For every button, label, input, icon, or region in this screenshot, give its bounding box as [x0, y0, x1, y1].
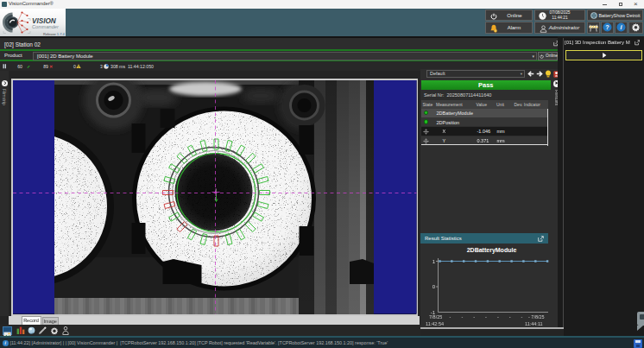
svg-text:0: 0: [432, 284, 435, 289]
svg-text:-: -: [521, 314, 522, 320]
svg-text:- 7/8/25: - 7/8/25: [528, 314, 545, 320]
svg-text:-: -: [496, 314, 498, 320]
svg-text:-: -: [485, 314, 487, 320]
svg-text:Commander: Commander: [32, 24, 60, 29]
svg-text:7/8/25: 7/8/25: [429, 314, 442, 320]
svg-text:-: -: [449, 314, 451, 320]
svg-text:-: -: [473, 314, 475, 320]
svg-text:11:44:11: 11:44:11: [525, 321, 543, 326]
svg-text:-: -: [461, 314, 463, 320]
svg-text:-: -: [508, 314, 510, 320]
svg-text:?: ?: [605, 23, 609, 31]
svg-text:1: 1: [432, 259, 435, 264]
svg-text:11:42:54: 11:42:54: [426, 321, 444, 326]
